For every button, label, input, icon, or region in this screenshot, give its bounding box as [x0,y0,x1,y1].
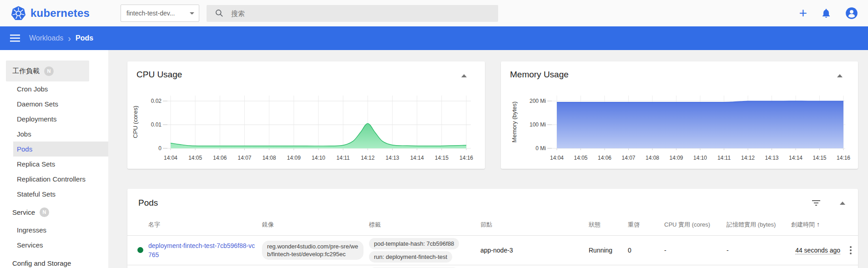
svg-text:14:10: 14:10 [312,155,325,161]
svg-text:Memory (bytes): Memory (bytes) [511,101,518,142]
namespaced-badge: N [44,66,54,76]
cell-created: 44 seconds ago [788,235,843,265]
image-chip: reg.wonder4studio.com/pre-sre/web/fintec… [262,241,363,260]
column-header-label: 重啓 [628,221,640,228]
column-header-label: 名字 [148,221,160,228]
sidebar-group-label: 工作負載 [12,67,40,76]
svg-text:14:07: 14:07 [621,155,635,161]
column-header-8[interactable]: 記憶體實用 (bytes) [724,214,788,235]
column-header-6[interactable]: 重啓 [625,214,661,235]
menu-icon[interactable] [10,34,20,42]
column-header-label: 狀態 [589,221,601,228]
collapse-icon[interactable] [840,202,845,205]
table-header-row: 名字鏡像標籤節點狀態重啓CPU 實用 (cores)記憶體實用 (bytes)創… [127,214,858,235]
sidebar-item-daemon-sets[interactable]: Daemon Sets [0,96,108,111]
sort-ascending-icon: ↑ [817,221,820,228]
svg-text:14:14: 14:14 [410,155,424,161]
pod-name-link[interactable]: deployment-fintech-test-7cb596f88-vc765 [148,242,255,258]
breadcrumb-current: Pods [76,34,93,42]
label-chip: pod-template-hash: 7cb596f88 [369,238,459,249]
breadcrumb-chevron-icon: › [68,35,71,42]
sidebar-group-label: Service [12,208,35,216]
brand[interactable]: kubernetes [11,6,109,21]
account-button[interactable] [845,7,858,20]
svg-text:14:10: 14:10 [693,155,707,161]
cell-memory-usage [724,265,788,268]
sidebar-item-replica-sets[interactable]: Replica Sets [0,157,108,172]
toolbar: Workloads › Pods [0,26,868,50]
table-row[interactable]: deployment-fintech-test-7cb596f88-vc765r… [127,235,858,265]
sidebar-item-jobs[interactable]: Jobs [0,126,108,142]
cell-status: Running [586,235,625,265]
kubernetes-logo [11,6,26,21]
column-header-9[interactable]: 創建時間↑ [788,214,843,235]
svg-text:14:14: 14:14 [789,155,802,161]
column-header-label: 鏡像 [262,221,274,228]
top-header: kubernetes fintech-test-dev... + [0,0,868,26]
sidebar-item-ingresses[interactable]: Ingresses [0,222,108,238]
sidebar-item-pods[interactable]: Pods [13,142,108,157]
sidebar: 工作負載NCron JobsDaemon SetsDeploymentsJobs… [0,50,108,268]
svg-text:0.02: 0.02 [151,98,162,104]
svg-text:14:13: 14:13 [385,155,399,161]
cell-labels: pod-template-hash: 7cb596f88run: deploym… [366,265,478,268]
column-header-7[interactable]: CPU 實用 (cores) [661,214,724,235]
svg-text:14:09: 14:09 [669,155,683,161]
svg-text:14:12: 14:12 [361,155,374,161]
column-header-5[interactable]: 狀態 [586,214,625,235]
search-bar [207,5,498,22]
namespace-selector[interactable]: fintech-test-dev... [121,5,199,22]
create-button[interactable]: + [799,7,807,20]
column-header-label: CPU 實用 (cores) [664,221,710,228]
svg-text:200 Mi: 200 Mi [530,98,546,104]
notifications-button[interactable] [821,8,832,19]
svg-text:14:11: 14:11 [717,155,731,161]
cell-image [259,265,366,268]
search-input[interactable] [231,10,493,17]
collapse-icon[interactable] [461,74,467,77]
pods-card: Pods 名字鏡像標籤節點狀態重啓CPU 實用 (cores)記憶體實用 (by… [127,189,858,268]
svg-text:100 Mi: 100 Mi [530,121,546,128]
svg-text:14:04: 14:04 [550,155,564,161]
column-header-4[interactable]: 節點 [478,214,586,235]
sidebar-item-services[interactable]: Services [0,238,108,253]
sidebar-item-replication-controllers[interactable]: Replication Controllers [0,172,108,187]
svg-text:CPU (cores): CPU (cores) [132,106,139,138]
cell-labels: pod-template-hash: 7cb596f88run: deploym… [366,235,478,265]
cell-memory-usage: - [724,235,788,265]
svg-text:14:05: 14:05 [188,155,202,161]
svg-text:14:11: 14:11 [337,155,350,161]
svg-text:14:15: 14:15 [812,155,826,161]
sidebar-group-工作負載[interactable]: 工作負載N [6,61,89,81]
row-menu-button[interactable] [846,245,855,255]
cell-status-dot [127,235,146,265]
cell-restarts: 0 [625,235,661,265]
sidebar-item-stateful-sets[interactable]: Stateful Sets [0,187,108,202]
breadcrumb: Workloads › Pods [29,34,93,42]
svg-text:14:05: 14:05 [574,155,587,161]
pods-table: 名字鏡像標籤節點狀態重啓CPU 實用 (cores)記憶體實用 (bytes)創… [127,214,858,268]
column-header-1[interactable]: 名字 [146,214,259,235]
column-header-3[interactable]: 標籤 [366,214,478,235]
svg-text:14:06: 14:06 [598,155,611,161]
sidebar-item-deployments[interactable]: Deployments [0,111,108,126]
sidebar-item-cron-jobs[interactable]: Cron Jobs [0,81,108,96]
table-row[interactable]: pod-template-hash: 7cb596f88run: deploym… [127,265,858,268]
sidebar-group-config-and-storage[interactable]: Config and Storage [0,253,108,268]
column-header-label: 標籤 [369,221,381,228]
svg-text:14:16: 14:16 [837,155,850,161]
svg-text:14:08: 14:08 [646,155,659,161]
created-age-link[interactable]: 44 seconds ago [795,247,840,254]
cpu-usage-card: 14:0414:0514:0614:0714:0814:0914:1014:11… [127,61,485,169]
svg-text:14:08: 14:08 [262,155,276,161]
brand-name: kubernetes [30,7,90,20]
sidebar-group-service[interactable]: ServiceN [0,202,108,222]
label-chip: run: deployment-fintech-test [369,251,452,263]
column-header-2[interactable]: 鏡像 [259,214,366,235]
svg-text:14:12: 14:12 [741,155,755,161]
collapse-icon[interactable] [837,74,843,77]
sidebar-group-label: Config and Storage [12,259,71,267]
breadcrumb-workloads[interactable]: Workloads [29,34,63,42]
label-chips: pod-template-hash: 7cb596f88run: deploym… [369,237,475,263]
filter-icon[interactable] [812,200,821,208]
